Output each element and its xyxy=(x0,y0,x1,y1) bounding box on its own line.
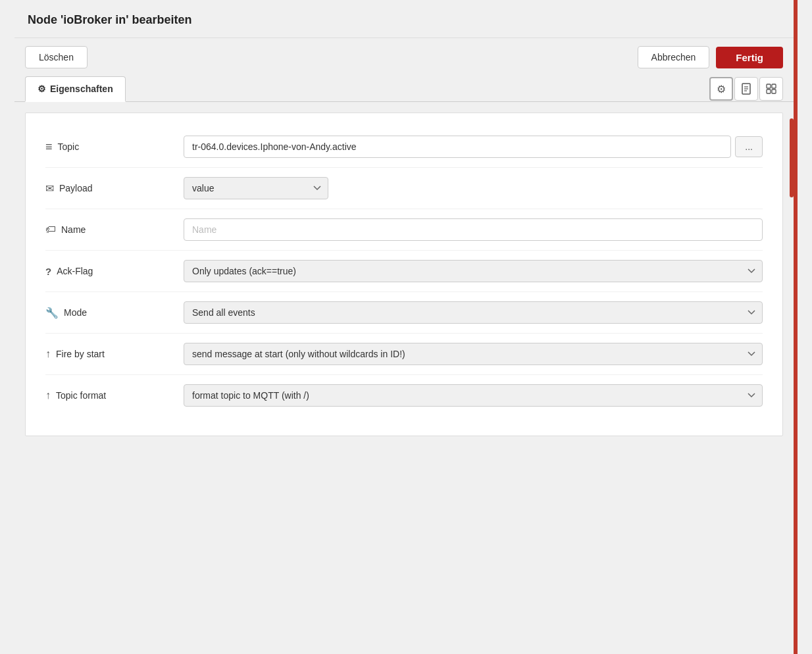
svg-rect-4 xyxy=(767,84,771,88)
mode-row: 🔧 Mode Send all events rbe rbei xyxy=(45,292,763,334)
topic-input-cell: ... xyxy=(184,136,763,158)
ack-flag-select[interactable]: Only updates (ack==true) All updates All… xyxy=(184,260,763,282)
payload-row: ✉ Payload value state object timestamp a… xyxy=(45,168,763,209)
name-input-cell xyxy=(184,218,763,241)
topic-format-label: Topic format xyxy=(56,390,106,401)
mode-input-cell: Send all events rbe rbei xyxy=(184,301,763,324)
panel-title: Node 'ioBroker in' bearbeiten xyxy=(28,13,192,26)
done-button[interactable]: Fertig xyxy=(716,47,783,68)
name-label-cell: 🏷 Name xyxy=(45,224,184,236)
grid-tab-icon-button[interactable] xyxy=(759,77,783,101)
payload-icon: ✉ xyxy=(45,182,54,195)
svg-rect-6 xyxy=(767,89,771,93)
name-input[interactable] xyxy=(184,218,763,241)
fire-by-start-icon: ↑ xyxy=(45,348,51,360)
mode-label-cell: 🔧 Mode xyxy=(45,307,184,319)
topic-format-row: ↑ Topic format format topic to MQTT (wit… xyxy=(45,375,763,416)
svg-rect-5 xyxy=(772,84,776,88)
toolbar: Löschen Abbrechen Fertig xyxy=(14,38,794,76)
svg-rect-7 xyxy=(772,89,776,93)
ack-flag-label: Ack-Flag xyxy=(57,266,93,276)
payload-label-cell: ✉ Payload xyxy=(45,182,184,195)
doc-tab-icon-button[interactable] xyxy=(734,77,758,101)
topic-format-icon: ↑ xyxy=(45,390,51,401)
tabs-row: ⚙ Eigenschaften ⚙ xyxy=(14,76,794,102)
ack-flag-row: ? Ack-Flag Only updates (ack==true) All … xyxy=(45,251,763,292)
tab-gear-icon: ⚙ xyxy=(38,84,46,94)
topic-label-cell: ≡ Topic xyxy=(45,140,184,154)
fire-by-start-label: Fire by start xyxy=(56,349,105,359)
name-icon: 🏷 xyxy=(45,224,56,236)
mode-icon: 🔧 xyxy=(45,307,59,319)
payload-select[interactable]: value state object timestamp ack last ch… xyxy=(184,177,328,199)
ack-flag-input-cell: Only updates (ack==true) All updates All… xyxy=(184,260,763,282)
gear-tab-icon-button[interactable]: ⚙ xyxy=(709,77,733,101)
scrollbar-indicator[interactable] xyxy=(790,118,794,197)
tab-icon-buttons: ⚙ xyxy=(709,77,783,101)
topic-format-input-cell: format topic to MQTT (with /) use defaul… xyxy=(184,384,763,407)
payload-input-cell: value state object timestamp ack last ch… xyxy=(184,177,763,199)
topic-input[interactable] xyxy=(184,136,731,158)
ack-flag-icon: ? xyxy=(45,266,51,277)
topic-ellipsis-button[interactable]: ... xyxy=(735,136,763,157)
mode-label: Mode xyxy=(64,307,87,318)
panel-header: Node 'ioBroker in' bearbeiten xyxy=(14,0,794,38)
tab-label: Eigenschaften xyxy=(50,84,113,94)
delete-button[interactable]: Löschen xyxy=(25,46,88,68)
topic-format-label-cell: ↑ Topic format xyxy=(45,390,184,401)
cancel-button[interactable]: Abbrechen xyxy=(638,46,710,68)
ack-flag-label-cell: ? Ack-Flag xyxy=(45,266,184,277)
topic-icon: ≡ xyxy=(45,140,53,154)
topic-format-select[interactable]: format topic to MQTT (with /) use defaul… xyxy=(184,384,763,407)
topic-row: ≡ Topic ... xyxy=(45,126,763,168)
fire-by-start-row: ↑ Fire by start send message at start (o… xyxy=(45,334,763,375)
topic-label: Topic xyxy=(58,141,80,152)
mode-select[interactable]: Send all events rbe rbei xyxy=(184,301,763,324)
main-panel: Node 'ioBroker in' bearbeiten Löschen Ab… xyxy=(14,0,798,654)
tab-eigenschaften[interactable]: ⚙ Eigenschaften xyxy=(25,76,126,102)
payload-label: Payload xyxy=(59,183,93,193)
name-label: Name xyxy=(61,224,86,235)
properties-area: ≡ Topic ... ✉ Payload value state object… xyxy=(25,113,783,436)
fire-by-start-label-cell: ↑ Fire by start xyxy=(45,348,184,360)
fire-by-start-select[interactable]: send message at start (only without wild… xyxy=(184,343,763,365)
fire-by-start-input-cell: send message at start (only without wild… xyxy=(184,343,763,365)
name-row: 🏷 Name xyxy=(45,209,763,251)
